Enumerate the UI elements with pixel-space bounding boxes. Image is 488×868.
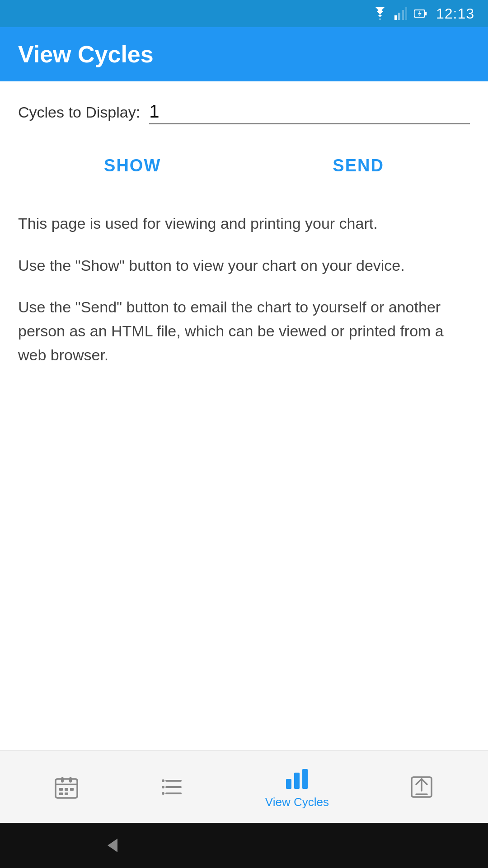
nav-item-list[interactable] bbox=[145, 769, 200, 805]
bottom-nav: View Cycles bbox=[0, 750, 488, 823]
svg-point-21 bbox=[162, 786, 164, 788]
svg-rect-16 bbox=[65, 793, 68, 795]
svg-rect-14 bbox=[70, 788, 74, 791]
svg-rect-15 bbox=[59, 793, 63, 795]
description-section: This page is used for viewing and printi… bbox=[18, 212, 470, 367]
svg-rect-12 bbox=[59, 788, 63, 791]
svg-rect-10 bbox=[61, 777, 64, 783]
status-time: 12:13 bbox=[436, 5, 474, 22]
nav-item-export[interactable] bbox=[394, 769, 449, 805]
back-button[interactable] bbox=[100, 834, 123, 857]
cycles-row: Cycles to Display: bbox=[18, 99, 470, 124]
nav-label-view-cycles: View Cycles bbox=[265, 795, 329, 809]
description-1: This page is used for viewing and printi… bbox=[18, 212, 470, 236]
svg-rect-5 bbox=[425, 12, 427, 16]
signal-icon bbox=[394, 7, 407, 20]
svg-point-20 bbox=[162, 779, 164, 782]
wifi-icon bbox=[372, 7, 388, 20]
list-icon bbox=[159, 774, 186, 801]
description-2: Use the "Show" button to view your chart… bbox=[18, 254, 470, 278]
svg-rect-0 bbox=[394, 15, 397, 20]
svg-rect-2 bbox=[402, 10, 404, 20]
status-icons bbox=[372, 7, 428, 20]
recents-button[interactable] bbox=[365, 834, 388, 857]
export-icon bbox=[408, 774, 435, 801]
battery-icon bbox=[413, 7, 428, 20]
svg-rect-24 bbox=[294, 773, 300, 789]
cycles-label: Cycles to Display: bbox=[18, 104, 140, 121]
description-3: Use the "Send" button to email the chart… bbox=[18, 295, 470, 367]
status-bar: 12:13 bbox=[0, 0, 488, 27]
nav-item-view-cycles[interactable]: View Cycles bbox=[252, 760, 343, 814]
svg-rect-3 bbox=[405, 7, 407, 20]
app-bar: View Cycles bbox=[0, 27, 488, 81]
svg-rect-25 bbox=[302, 769, 308, 789]
home-button[interactable] bbox=[233, 834, 255, 857]
svg-rect-11 bbox=[69, 777, 72, 783]
send-button[interactable]: SEND bbox=[305, 147, 411, 184]
button-row: SHOW SEND bbox=[18, 147, 470, 184]
svg-point-22 bbox=[162, 792, 164, 795]
main-content: Cycles to Display: SHOW SEND This page i… bbox=[0, 81, 488, 750]
svg-rect-23 bbox=[286, 779, 291, 789]
android-nav-bar bbox=[0, 823, 488, 868]
calendar-icon bbox=[53, 774, 80, 801]
cycles-input[interactable] bbox=[149, 99, 470, 124]
svg-rect-1 bbox=[398, 13, 400, 20]
page-title: View Cycles bbox=[18, 41, 154, 68]
svg-marker-29 bbox=[108, 839, 117, 852]
nav-item-calendar[interactable] bbox=[39, 769, 94, 805]
svg-rect-13 bbox=[65, 788, 68, 791]
show-button[interactable]: SHOW bbox=[77, 147, 188, 184]
bar-chart-icon bbox=[283, 764, 310, 792]
